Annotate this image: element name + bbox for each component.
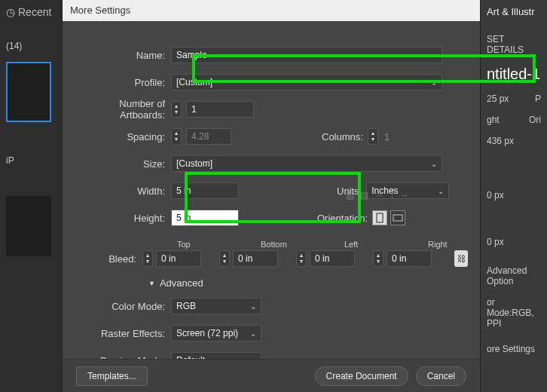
raster-effects-label: Raster Effects: (75, 328, 171, 339)
bleed-bottom-input[interactable] (233, 250, 278, 267)
right-panel: Art & Illustr SET DETAILS ntitled-1 25 p… (481, 0, 547, 392)
recent-thumb-2[interactable] (6, 196, 51, 256)
width-input[interactable] (171, 182, 239, 199)
arrow-icon[interactable]: ↔ (400, 190, 409, 201)
more-settings-frag: ore Settings (487, 344, 541, 354)
size-value: [Custom] (176, 158, 212, 169)
columns-label: Columns: (322, 131, 363, 142)
bleed-label: Bleed: (75, 253, 142, 265)
profile-select[interactable]: [Custom] ⌄ (171, 74, 442, 90)
chevron-down-icon: ⌄ (250, 329, 256, 338)
orientation-label: Orientation: (317, 213, 368, 224)
orientation-landscape[interactable] (390, 210, 405, 225)
grid-icon[interactable]: ▥ (346, 190, 354, 201)
col-icon[interactable]: ↓ (390, 190, 394, 201)
link-bleed-icon[interactable]: ⛓ (454, 250, 468, 267)
width-value: 25 px (487, 93, 509, 104)
artboard-arrange-icons: ▥ ▤ → ↓ ↔ (346, 190, 409, 201)
height-value: 436 px (487, 136, 541, 146)
recent-label: Recent (18, 6, 51, 18)
bleed-right-stepper[interactable]: ▴▾ (373, 250, 384, 267)
clock-icon: ◷ (6, 6, 15, 18)
color-mode-frag: or Mode:RGB, PPI (487, 297, 541, 329)
cancel-button[interactable]: Cancel (416, 366, 466, 386)
preset-details-label: SET DETAILS (487, 34, 541, 55)
profile-value: [Custom] (176, 77, 212, 87)
more-settings-dialog: More Settings Name: Profile: [Custom] ⌄ … (62, 0, 481, 392)
color-mode-value: RGB (176, 301, 196, 311)
columns-value: 1 (384, 131, 390, 142)
bleed-zero-1: 0 px (487, 190, 541, 201)
orientation-portrait[interactable] (372, 210, 387, 225)
chevron-down-icon: ⌄ (431, 78, 437, 87)
row-icon[interactable]: → (374, 190, 384, 201)
color-mode-label: Color Mode: (75, 301, 171, 312)
category-title: Art & Illustr (487, 6, 541, 17)
bleed-top-stepper[interactable]: ▴▾ (142, 250, 153, 267)
columns-stepper: ▴▾ (368, 128, 378, 145)
name-input[interactable] (171, 47, 442, 63)
triangle-down-icon: ▼ (148, 280, 155, 287)
bleed-bottom-label: Bottom (261, 240, 301, 249)
ip-label: iP (6, 155, 56, 166)
height-input[interactable] (171, 210, 239, 226)
bleed-right-input[interactable] (387, 250, 432, 267)
color-mode-select[interactable]: RGB ⌄ (171, 298, 261, 314)
advanced-section-toggle[interactable]: ▼ Advanced (148, 277, 468, 289)
recent-count: (14) (6, 41, 56, 51)
templates-button[interactable]: Templates... (76, 366, 148, 386)
bleed-left-input[interactable] (310, 250, 355, 267)
bleed-top-label: Top (177, 240, 217, 249)
dialog-title: More Settings (63, 0, 480, 21)
bleed-right-label: Right (428, 240, 468, 249)
advanced-label: Advanced (160, 277, 203, 289)
raster-effects-value: Screen (72 ppi) (176, 328, 238, 338)
bleed-top-input[interactable] (156, 250, 201, 267)
svg-rect-0 (377, 213, 383, 222)
left-panel: ◷ Recent (14) iP (0, 0, 62, 392)
recent-header: ◷ Recent (6, 6, 56, 18)
create-document-button[interactable]: Create Document (315, 366, 408, 386)
height-lbl-frag: ght (487, 115, 500, 125)
spacing-value: 4.28 (186, 128, 231, 145)
svg-rect-1 (393, 215, 402, 221)
grid-icon-2[interactable]: ▤ (360, 190, 368, 201)
raster-effects-select[interactable]: Screen (72 ppi) ⌄ (171, 325, 261, 341)
width-label: Width: (75, 185, 171, 197)
bleed-left-stepper[interactable]: ▴▾ (296, 250, 307, 267)
artboards-input[interactable] (186, 101, 254, 118)
height-label: Height: (75, 213, 171, 224)
artboards-stepper[interactable]: ▴▾ (171, 101, 182, 118)
advanced-options-label: Advanced Option (487, 265, 541, 286)
bleed-bottom-stepper[interactable]: ▴▾ (219, 250, 230, 267)
orient-lbl-frag: Ori (529, 115, 541, 125)
dialog-footer: Templates... Create Document Cancel (63, 359, 480, 392)
doc-name: ntitled-1 (487, 66, 541, 83)
spacing-stepper: ▴▾ (171, 128, 182, 145)
profile-label: Profile: (75, 77, 171, 88)
chevron-down-icon: ⌄ (438, 187, 444, 195)
chevron-down-icon: ⌄ (431, 160, 437, 168)
chevron-down-icon: ⌄ (250, 302, 256, 311)
unit-p: P (535, 93, 541, 104)
size-select[interactable]: [Custom] ⌄ (171, 155, 442, 172)
bleed-zero-2: 0 px (487, 237, 541, 247)
name-label: Name: (75, 50, 171, 61)
spacing-label: Spacing: (75, 131, 171, 142)
artboards-label: Number of Artboards: (75, 98, 171, 121)
recent-thumb-selected[interactable] (6, 62, 51, 122)
size-label: Size: (75, 158, 171, 170)
bleed-left-label: Left (344, 240, 384, 249)
